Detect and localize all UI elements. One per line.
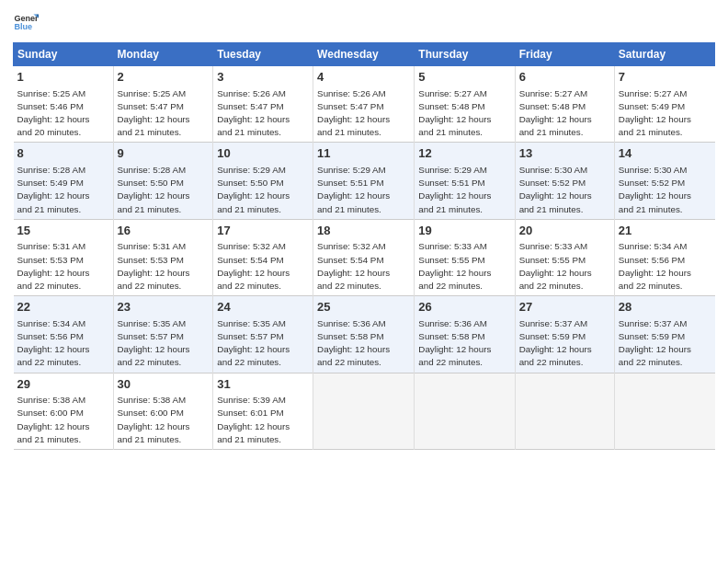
- day-info: Sunrise: 5:34 AM Sunset: 5:56 PM Dayligh…: [619, 241, 691, 291]
- calendar-cell: [614, 373, 714, 449]
- col-header-sunday: Sunday: [14, 43, 114, 66]
- day-info: Sunrise: 5:34 AM Sunset: 5:56 PM Dayligh…: [17, 318, 90, 368]
- day-number: 18: [317, 223, 410, 239]
- col-header-tuesday: Tuesday: [213, 43, 313, 66]
- day-number: 24: [217, 299, 309, 316]
- day-number: 17: [217, 223, 309, 239]
- day-info: Sunrise: 5:25 AM Sunset: 5:47 PM Dayligh…: [118, 88, 190, 138]
- day-number: 5: [418, 69, 510, 86]
- calendar-cell: 4Sunrise: 5:26 AM Sunset: 5:47 PM Daylig…: [313, 66, 415, 143]
- day-info: Sunrise: 5:30 AM Sunset: 5:52 PM Dayligh…: [519, 165, 592, 214]
- day-number: 3: [217, 69, 309, 86]
- day-number: 31: [217, 376, 309, 393]
- calendar-cell: 23Sunrise: 5:35 AM Sunset: 5:57 PM Dayli…: [113, 296, 213, 373]
- day-number: 6: [519, 69, 610, 86]
- day-number: 12: [418, 145, 510, 162]
- calendar-cell: 6Sunrise: 5:27 AM Sunset: 5:48 PM Daylig…: [515, 66, 614, 143]
- day-info: Sunrise: 5:36 AM Sunset: 5:58 PM Dayligh…: [418, 318, 491, 368]
- day-number: 4: [317, 69, 410, 86]
- day-info: Sunrise: 5:37 AM Sunset: 5:59 PM Dayligh…: [619, 318, 691, 368]
- day-number: 26: [418, 299, 510, 316]
- day-info: Sunrise: 5:27 AM Sunset: 5:48 PM Dayligh…: [418, 88, 491, 138]
- calendar-cell: 17Sunrise: 5:32 AM Sunset: 5:54 PM Dayli…: [213, 219, 313, 295]
- day-number: 2: [118, 69, 210, 86]
- day-info: Sunrise: 5:27 AM Sunset: 5:48 PM Dayligh…: [519, 88, 592, 138]
- calendar-cell: 10Sunrise: 5:29 AM Sunset: 5:50 PM Dayli…: [213, 143, 313, 219]
- calendar-cell: 7Sunrise: 5:27 AM Sunset: 5:49 PM Daylig…: [614, 66, 714, 143]
- calendar-cell: 22Sunrise: 5:34 AM Sunset: 5:56 PM Dayli…: [14, 296, 114, 373]
- calendar-cell: 24Sunrise: 5:35 AM Sunset: 5:57 PM Dayli…: [213, 296, 313, 373]
- day-number: 11: [317, 145, 410, 162]
- day-number: 16: [118, 223, 210, 239]
- logo: General Blue: [13, 9, 42, 35]
- calendar-cell: 30Sunrise: 5:38 AM Sunset: 6:00 PM Dayli…: [113, 373, 213, 449]
- day-info: Sunrise: 5:28 AM Sunset: 5:49 PM Dayligh…: [17, 165, 90, 214]
- calendar-table: SundayMondayTuesdayWednesdayThursdayFrid…: [13, 42, 715, 450]
- day-info: Sunrise: 5:30 AM Sunset: 5:52 PM Dayligh…: [619, 165, 691, 214]
- page-container: General Blue SundayMondayTuesdayWednesda…: [0, 0, 728, 459]
- day-number: 30: [118, 376, 210, 393]
- calendar-cell: 20Sunrise: 5:33 AM Sunset: 5:55 PM Dayli…: [515, 219, 614, 295]
- day-info: Sunrise: 5:27 AM Sunset: 5:49 PM Dayligh…: [619, 88, 691, 138]
- col-header-saturday: Saturday: [614, 43, 714, 66]
- calendar-cell: [313, 373, 415, 449]
- calendar-cell: 11Sunrise: 5:29 AM Sunset: 5:51 PM Dayli…: [313, 143, 415, 219]
- calendar-cell: 26Sunrise: 5:36 AM Sunset: 5:58 PM Dayli…: [415, 296, 515, 373]
- day-info: Sunrise: 5:39 AM Sunset: 6:01 PM Dayligh…: [217, 395, 290, 444]
- calendar-cell: 15Sunrise: 5:31 AM Sunset: 5:53 PM Dayli…: [14, 219, 114, 295]
- calendar-cell: 28Sunrise: 5:37 AM Sunset: 5:59 PM Dayli…: [614, 296, 714, 373]
- day-info: Sunrise: 5:29 AM Sunset: 5:51 PM Dayligh…: [418, 165, 491, 214]
- day-info: Sunrise: 5:35 AM Sunset: 5:57 PM Dayligh…: [217, 318, 290, 368]
- calendar-cell: 9Sunrise: 5:28 AM Sunset: 5:50 PM Daylig…: [113, 143, 213, 219]
- calendar-cell: 31Sunrise: 5:39 AM Sunset: 6:01 PM Dayli…: [213, 373, 313, 449]
- day-info: Sunrise: 5:32 AM Sunset: 5:54 PM Dayligh…: [317, 241, 390, 291]
- day-number: 9: [118, 145, 210, 162]
- calendar-cell: 25Sunrise: 5:36 AM Sunset: 5:58 PM Dayli…: [313, 296, 415, 373]
- logo-icon: General Blue: [13, 9, 39, 35]
- svg-text:Blue: Blue: [14, 22, 32, 31]
- col-header-friday: Friday: [515, 43, 614, 66]
- calendar-cell: [515, 373, 614, 449]
- day-info: Sunrise: 5:32 AM Sunset: 5:54 PM Dayligh…: [217, 241, 290, 291]
- day-number: 13: [519, 145, 610, 162]
- col-header-wednesday: Wednesday: [313, 43, 415, 66]
- calendar-cell: 14Sunrise: 5:30 AM Sunset: 5:52 PM Dayli…: [614, 143, 714, 219]
- header: General Blue: [13, 9, 715, 35]
- col-header-monday: Monday: [113, 43, 213, 66]
- day-number: 29: [17, 376, 109, 393]
- week-row-5: 29Sunrise: 5:38 AM Sunset: 6:00 PM Dayli…: [14, 373, 715, 449]
- week-row-4: 22Sunrise: 5:34 AM Sunset: 5:56 PM Dayli…: [14, 296, 715, 373]
- day-number: 10: [217, 145, 309, 162]
- day-info: Sunrise: 5:33 AM Sunset: 5:55 PM Dayligh…: [519, 241, 592, 291]
- day-number: 22: [17, 299, 109, 316]
- day-info: Sunrise: 5:28 AM Sunset: 5:50 PM Dayligh…: [118, 165, 190, 214]
- day-number: 27: [519, 299, 610, 316]
- calendar-cell: 3Sunrise: 5:26 AM Sunset: 5:47 PM Daylig…: [213, 66, 313, 143]
- day-number: 7: [619, 69, 711, 86]
- calendar-cell: 21Sunrise: 5:34 AM Sunset: 5:56 PM Dayli…: [614, 219, 714, 295]
- day-info: Sunrise: 5:26 AM Sunset: 5:47 PM Dayligh…: [217, 88, 290, 138]
- week-row-3: 15Sunrise: 5:31 AM Sunset: 5:53 PM Dayli…: [14, 219, 715, 295]
- day-number: 14: [619, 145, 711, 162]
- day-number: 15: [17, 223, 109, 239]
- day-info: Sunrise: 5:36 AM Sunset: 5:58 PM Dayligh…: [317, 318, 390, 368]
- calendar-cell: 27Sunrise: 5:37 AM Sunset: 5:59 PM Dayli…: [515, 296, 614, 373]
- day-info: Sunrise: 5:31 AM Sunset: 5:53 PM Dayligh…: [118, 241, 190, 291]
- calendar-cell: 13Sunrise: 5:30 AM Sunset: 5:52 PM Dayli…: [515, 143, 614, 219]
- day-number: 21: [619, 223, 711, 239]
- calendar-cell: 1Sunrise: 5:25 AM Sunset: 5:46 PM Daylig…: [14, 66, 114, 143]
- calendar-cell: 8Sunrise: 5:28 AM Sunset: 5:49 PM Daylig…: [14, 143, 114, 219]
- calendar-cell: 12Sunrise: 5:29 AM Sunset: 5:51 PM Dayli…: [415, 143, 515, 219]
- calendar-cell: 16Sunrise: 5:31 AM Sunset: 5:53 PM Dayli…: [113, 219, 213, 295]
- day-number: 23: [118, 299, 210, 316]
- col-header-thursday: Thursday: [415, 43, 515, 66]
- day-info: Sunrise: 5:25 AM Sunset: 5:46 PM Dayligh…: [17, 88, 90, 138]
- day-number: 28: [619, 299, 711, 316]
- day-info: Sunrise: 5:37 AM Sunset: 5:59 PM Dayligh…: [519, 318, 592, 368]
- day-info: Sunrise: 5:33 AM Sunset: 5:55 PM Dayligh…: [418, 241, 491, 291]
- day-number: 25: [317, 299, 410, 316]
- day-info: Sunrise: 5:35 AM Sunset: 5:57 PM Dayligh…: [118, 318, 190, 368]
- day-info: Sunrise: 5:29 AM Sunset: 5:50 PM Dayligh…: [217, 165, 290, 214]
- calendar-cell: 5Sunrise: 5:27 AM Sunset: 5:48 PM Daylig…: [415, 66, 515, 143]
- calendar-cell: [415, 373, 515, 449]
